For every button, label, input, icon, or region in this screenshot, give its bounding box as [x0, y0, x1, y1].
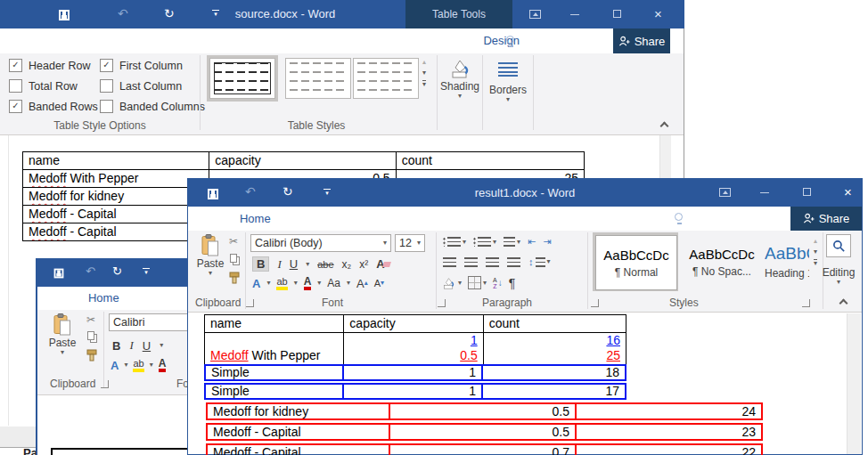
mini-document[interactable] [37, 395, 191, 455]
bullet-list-button[interactable]: ▾ [443, 237, 466, 247]
underline-button[interactable]: U [290, 257, 298, 271]
option-banded-rows[interactable]: ✓ Banded Rows [9, 100, 98, 113]
cut-icon[interactable]: ✂ [229, 235, 238, 248]
highlight-button[interactable]: ab [276, 276, 287, 290]
styles-dialog-launcher[interactable] [802, 299, 810, 307]
header-cell[interactable]: name [205, 315, 344, 332]
sign-in-button[interactable]: Sign in [575, 35, 610, 48]
tab-insert[interactable]: Insert [279, 207, 324, 231]
copy-icon[interactable] [87, 331, 94, 340]
close-button[interactable]: × [654, 7, 662, 20]
underline-button[interactable]: U [143, 339, 151, 353]
header-cell[interactable]: capacity [209, 152, 396, 169]
name-cell[interactable]: Medoff for kidney [23, 188, 209, 205]
multilevel-list-button[interactable]: ▾ [504, 237, 520, 247]
option-header-row[interactable]: ✓ Header Row [9, 59, 90, 72]
sort-button[interactable]: AZ ↓ [493, 277, 503, 289]
subscript-button[interactable]: x₂ [342, 258, 352, 271]
gallery-scroll-down-icon[interactable]: ▾ [422, 69, 426, 77]
text-effects-dropdown-icon[interactable]: ▾ [124, 362, 127, 369]
tab-references[interactable]: References [427, 207, 502, 231]
tab-home-active[interactable]: Home [232, 207, 279, 231]
close-button[interactable]: × [844, 185, 852, 199]
format-painter-icon[interactable] [228, 272, 241, 284]
tab-file[interactable]: File [9, 28, 45, 53]
customize-quick-access-icon[interactable]: ▾ [143, 268, 150, 274]
bold-button[interactable]: B [252, 256, 269, 272]
capacity-cell[interactable]: 0.7 [390, 445, 577, 455]
paste-button[interactable]: Paste ▾ [193, 234, 227, 277]
customize-quick-access-icon[interactable]: ▾ [323, 189, 331, 195]
checkbox-icon[interactable] [100, 100, 113, 113]
name-cell[interactable]: Medoff - Capital [208, 445, 390, 455]
styles-scroll-up-icon[interactable]: ▴ [814, 238, 817, 245]
underline-dropdown-icon[interactable]: ▾ [160, 342, 163, 349]
change-case-button[interactable]: Aa [327, 277, 340, 289]
count-cell[interactable]: 22 [577, 445, 761, 455]
grow-font-button[interactable]: A▴ [356, 277, 368, 290]
sign-in-button[interactable]: Sign in [742, 212, 778, 225]
editing-button[interactable]: Editing ▾ [817, 266, 860, 286]
clear-formatting-button[interactable]: A [376, 257, 389, 271]
header-cell[interactable]: capacity [344, 315, 483, 332]
find-button[interactable] [826, 234, 851, 257]
header-cell[interactable]: count [397, 152, 584, 169]
name-cell[interactable]: Medoff With Pepper [205, 333, 344, 364]
font-dialog-launcher[interactable] [438, 299, 446, 307]
shrink-font-button[interactable]: A▾ [374, 278, 384, 288]
tab-references[interactable]: References [243, 28, 319, 53]
option-total-row[interactable]: Total Row [9, 79, 78, 93]
undo-button[interactable]: ↶ [118, 6, 128, 20]
superscript-button[interactable]: x² [359, 258, 368, 271]
save-button[interactable] [208, 189, 218, 199]
tab-file[interactable]: File [197, 207, 232, 231]
numbered-list-button[interactable]: ▾ [473, 237, 496, 247]
capacity-cell[interactable]: 0.5 [390, 404, 577, 418]
tab-file[interactable]: File [45, 287, 80, 310]
collapse-ribbon-icon[interactable] [839, 299, 848, 308]
gallery-more-icon[interactable]: ▾ [422, 80, 426, 88]
font-color-button[interactable]: A [304, 276, 312, 290]
table-style-thumbnail-selected[interactable] [207, 55, 278, 102]
highlight-button[interactable]: ab [133, 358, 143, 372]
name-cell[interactable]: Simple [206, 385, 344, 398]
copy-icon[interactable] [230, 254, 237, 263]
table-style-thumbnail[interactable] [353, 58, 419, 99]
font-name-input[interactable]: Calibri (Body)▾ [250, 234, 391, 252]
underline-dropdown-icon[interactable]: ▾ [306, 261, 309, 268]
paste-button[interactable]: Paste ▾ [45, 313, 80, 356]
decrease-indent-icon[interactable]: ⇤ [528, 236, 536, 248]
tab-insert[interactable]: Insert [127, 287, 174, 310]
option-first-column[interactable]: ✓ First Column [100, 59, 183, 72]
tab-view[interactable]: View [614, 207, 655, 231]
ribbon-options-icon[interactable] [719, 188, 731, 197]
checkbox-checked-icon[interactable]: ✓ [9, 59, 22, 72]
align-left-icon[interactable] [443, 257, 456, 267]
tab-home-active[interactable]: Home [80, 287, 127, 310]
paragraph-shading-button[interactable]: ▾ [441, 275, 462, 290]
share-button[interactable]: Share [613, 28, 670, 53]
borders-button[interactable]: ▾ [468, 276, 487, 289]
name-cell[interactable]: Medoff - Capital [23, 223, 209, 240]
borders-button[interactable]: Borders ▾ [487, 57, 529, 103]
name-cell[interactable]: Medoff - Capital [23, 206, 209, 223]
collapse-ribbon-icon[interactable] [660, 122, 669, 131]
clipboard-dialog-launcher[interactable] [101, 380, 109, 388]
maximize-button[interactable] [613, 10, 621, 18]
option-last-column[interactable]: Last Column [100, 79, 182, 93]
result-document[interactable]: name capacity count Medoff With Pepper 1… [188, 313, 862, 454]
redo-button[interactable]: ↻ [164, 6, 175, 20]
redo-button[interactable]: ↻ [283, 184, 293, 199]
align-right-icon[interactable] [486, 257, 499, 267]
capacity-cell[interactable]: 1 [344, 366, 483, 379]
capacity-cell[interactable]: 1 [344, 385, 483, 398]
tab-view[interactable]: View [433, 28, 475, 53]
count-cell[interactable]: 1625 [484, 333, 626, 364]
checkbox-checked-icon[interactable]: ✓ [9, 100, 22, 113]
count-cell[interactable]: 23 [577, 425, 761, 439]
shading-button[interactable]: Shading ▾ [440, 55, 479, 100]
tab-design[interactable]: Design [323, 207, 375, 231]
share-button[interactable]: Share [790, 207, 862, 231]
minimize-button[interactable] [570, 14, 579, 15]
table-style-thumbnail[interactable] [285, 58, 351, 99]
